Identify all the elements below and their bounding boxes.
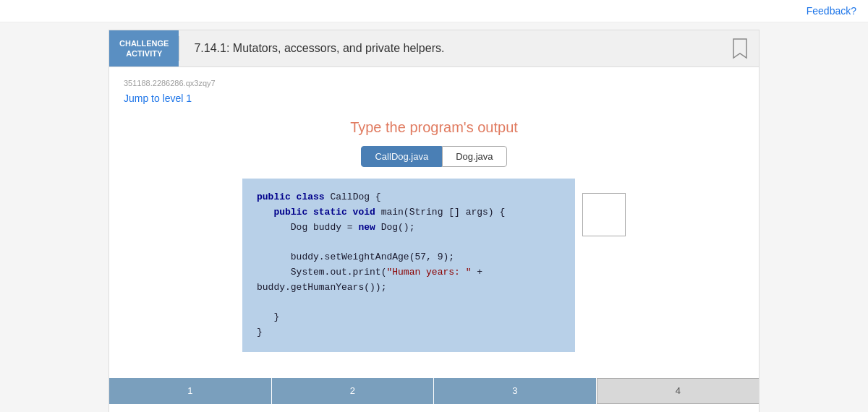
progress-segment-3[interactable]: 3 — [434, 378, 597, 404]
code-area-wrapper: public class CallDog { public static voi… — [124, 179, 744, 352]
jump-to-level-link[interactable]: Jump to level 1 — [124, 93, 192, 104]
session-info: 351188.2286286.qx3zqy7 — [124, 79, 744, 87]
code-block: public class CallDog { public static voi… — [242, 179, 575, 352]
answer-input-box[interactable] — [582, 193, 626, 236]
tab-calldog[interactable]: CallDog.java — [361, 146, 442, 167]
top-feedback-link[interactable]: Feedback? — [807, 5, 856, 17]
content-area: 351188.2286286.qx3zqy7 Jump to level 1 T… — [109, 67, 759, 378]
progress-segment-4[interactable]: 4 — [597, 378, 760, 404]
tab-dog[interactable]: Dog.java — [442, 146, 506, 167]
challenge-label-line2: ACTIVITY — [126, 48, 162, 59]
challenge-label-line1: CHALLENGE — [119, 38, 169, 48]
tabs-container: CallDog.java Dog.java — [124, 146, 744, 167]
challenge-header: CHALLENGE ACTIVITY 7.14.1: Mutators, acc… — [109, 30, 759, 67]
progress-segment-2[interactable]: 2 — [272, 378, 435, 404]
bookmark-button[interactable] — [721, 30, 759, 66]
prompt-text: Type the program's output — [124, 119, 744, 136]
answer-input[interactable] — [583, 194, 625, 236]
progress-segment-1[interactable]: 1 — [109, 378, 272, 404]
challenge-label: CHALLENGE ACTIVITY — [109, 30, 179, 66]
challenge-title: 7.14.1: Mutators, accessors, and private… — [179, 30, 721, 66]
progress-bar: 1 2 3 4 — [109, 378, 759, 404]
page-card: CHALLENGE ACTIVITY 7.14.1: Mutators, acc… — [109, 30, 760, 412]
